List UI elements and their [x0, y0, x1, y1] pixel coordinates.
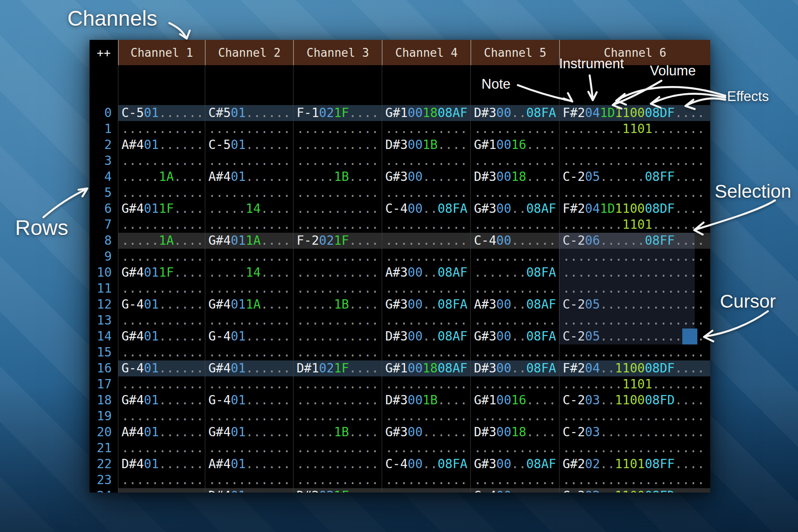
pattern-cell-ch2[interactable]: .....14....: [205, 201, 293, 217]
pattern-cell-ch6[interactable]: ...................: [559, 185, 710, 201]
pattern-cell-ch2[interactable]: G-401......: [205, 392, 293, 408]
pattern-cell-ch2[interactable]: ...........: [205, 472, 293, 488]
pattern-cell-ch5[interactable]: ...........: [470, 408, 559, 424]
pattern-cell-ch6[interactable]: ...................: [559, 440, 710, 456]
pattern-cell-ch1[interactable]: ...........: [118, 440, 205, 456]
pattern-cell-ch6[interactable]: ........1101.......: [559, 217, 710, 233]
pattern-cell-ch3[interactable]: ...........: [293, 217, 382, 233]
pattern-cell-ch1[interactable]: A#401......: [118, 137, 205, 153]
pattern-cell-ch6[interactable]: C-205......08FF....: [559, 169, 710, 185]
pattern-cell-ch3[interactable]: F-2021F....: [293, 233, 382, 249]
pattern-cell-ch3[interactable]: ...........: [293, 344, 382, 360]
pattern-cell-ch5[interactable]: C-400......: [470, 233, 559, 249]
pattern-row[interactable]: 16G-401......G#401......D#1021F....G#100…: [90, 360, 710, 376]
pattern-cell-ch6[interactable]: ...................: [559, 472, 710, 488]
pattern-cell-ch4[interactable]: G#300..08FA: [382, 297, 470, 313]
pattern-cell-ch2[interactable]: G#4011A....: [205, 297, 293, 313]
pattern-cell-ch4[interactable]: ...........: [382, 153, 470, 169]
pattern-cell-ch5[interactable]: ...........: [470, 185, 559, 201]
pattern-cell-ch6[interactable]: ...................: [559, 408, 710, 424]
pattern-row[interactable]: 19......................................…: [90, 408, 710, 424]
pattern-cell-ch3[interactable]: .....1B....: [293, 169, 382, 185]
pattern-row[interactable]: 18G#401......G-401.................D#300…: [90, 392, 710, 408]
pattern-cell-ch1[interactable]: G-401......: [118, 360, 205, 376]
pattern-cell-ch3[interactable]: ...........: [293, 281, 382, 297]
pattern-cell-ch3[interactable]: ...........: [293, 137, 382, 153]
pattern-cell-ch1[interactable]: ...........: [118, 281, 205, 297]
pattern-cell-ch5[interactable]: ...........: [470, 249, 559, 265]
pattern-cell-ch5[interactable]: ...........: [470, 376, 559, 392]
pattern-cell-ch6[interactable]: F#2041D110008DF....: [559, 105, 710, 121]
pattern-cell-ch3[interactable]: .....1B....: [293, 424, 382, 440]
pattern-cell-ch4[interactable]: C-400..08FA: [382, 201, 470, 217]
pattern-cell-ch4[interactable]: D#3001B....: [382, 392, 470, 408]
channel-header-5[interactable]: Channel 5: [470, 40, 559, 65]
pattern-cell-ch3[interactable]: ...........: [293, 440, 382, 456]
pattern-cell-ch4[interactable]: ...........: [382, 233, 470, 249]
pattern-cell-ch5[interactable]: A#300..08AF: [470, 297, 559, 313]
pattern-cell-ch3[interactable]: ...........: [293, 185, 382, 201]
pattern-cell-ch1[interactable]: C-501......: [118, 105, 205, 121]
pattern-cell-ch1[interactable]: G#4011F....: [118, 265, 205, 281]
pattern-cell-ch4[interactable]: ...........: [382, 376, 470, 392]
pattern-cell-ch5[interactable]: ...........: [470, 281, 559, 297]
pattern-cell-ch1[interactable]: A#401......: [118, 424, 205, 440]
pattern-cell-ch2[interactable]: ...........: [205, 249, 293, 265]
pattern-cell-ch3[interactable]: ...........: [293, 121, 382, 137]
pattern-cell-ch6[interactable]: ...................: [559, 137, 710, 153]
pattern-cell-ch1[interactable]: G#401......: [118, 392, 205, 408]
pattern-cell-ch5[interactable]: D#300..08FA: [470, 360, 559, 376]
pattern-cell-ch3[interactable]: D#1021F....: [293, 360, 382, 376]
pattern-cell-ch1[interactable]: ...........: [118, 217, 205, 233]
pattern-cell-ch1[interactable]: ...........: [118, 488, 205, 493]
pattern-row[interactable]: 4.....1A....A#401...........1B....G#300.…: [90, 169, 710, 185]
pattern-cell-ch2[interactable]: ...........: [205, 313, 293, 329]
channel-header-3[interactable]: Channel 3: [293, 40, 382, 65]
pattern-cell-ch3[interactable]: ...........: [293, 392, 382, 408]
pattern-row[interactable]: 6G#4011F.........14...............C-400.…: [90, 201, 710, 217]
pattern-cell-ch3[interactable]: ...........: [293, 472, 382, 488]
pattern-cell-ch3[interactable]: ...........: [293, 376, 382, 392]
pattern-cell-ch2[interactable]: D#401......: [205, 488, 293, 493]
pattern-cell-ch1[interactable]: ...........: [118, 121, 205, 137]
pattern-row[interactable]: 21......................................…: [90, 440, 710, 456]
pattern-cell-ch1[interactable]: ...........: [118, 376, 205, 392]
pattern-cell-ch5[interactable]: ...........: [470, 121, 559, 137]
pattern-cell-ch2[interactable]: C-501......: [205, 137, 293, 153]
pattern-cell-ch6[interactable]: C-302..110008FD....: [559, 488, 710, 493]
pattern-cell-ch1[interactable]: ...........: [118, 313, 205, 329]
pattern-cell-ch5[interactable]: D#30018....: [470, 424, 559, 440]
pattern-cell-ch5[interactable]: .......08FA: [470, 265, 559, 281]
pattern-cell-ch2[interactable]: G#401......: [205, 424, 293, 440]
pattern-cell-ch5[interactable]: G#10016....: [470, 392, 559, 408]
pattern-cell-ch5[interactable]: G#10016....: [470, 137, 559, 153]
pattern-cell-ch1[interactable]: ...........: [118, 249, 205, 265]
pattern-cell-ch4[interactable]: ...........: [382, 344, 470, 360]
pattern-cell-ch2[interactable]: ...........: [205, 344, 293, 360]
pattern-cell-ch2[interactable]: ...........: [205, 440, 293, 456]
pattern-cell-ch5[interactable]: G#300..08FA: [470, 329, 559, 344]
channel-header-2[interactable]: Channel 2: [205, 40, 293, 65]
pattern-cell-ch4[interactable]: D#300..08AF: [382, 329, 470, 344]
pattern-cell-ch5[interactable]: G#300..08AF: [470, 201, 559, 217]
pattern-row[interactable]: 3.......................................…: [90, 153, 710, 169]
pattern-row[interactable]: 2A#401......C-501.................D#3001…: [90, 137, 710, 153]
pattern-cell-ch5[interactable]: D#300..08FA: [470, 105, 559, 121]
pattern-cell-ch4[interactable]: ...........: [382, 408, 470, 424]
pattern-row[interactable]: 22D#401......A#401.................C-400…: [90, 456, 710, 472]
pattern-cell-ch4[interactable]: ...........: [382, 440, 470, 456]
pattern-cell-ch3[interactable]: ...........: [293, 408, 382, 424]
pattern-cell-ch2[interactable]: ...........: [205, 185, 293, 201]
pattern-cell-ch6[interactable]: G#202..110108FF....: [559, 456, 710, 472]
pattern-cell-ch4[interactable]: ...........: [382, 249, 470, 265]
pattern-row[interactable]: 23......................................…: [90, 472, 710, 488]
pattern-cell-ch4[interactable]: ...........: [382, 488, 470, 493]
pattern-cell-ch5[interactable]: ...........: [470, 440, 559, 456]
pattern-cell-ch1[interactable]: .....1A....: [118, 233, 205, 249]
pattern-cell-ch5[interactable]: ...........: [470, 344, 559, 360]
pattern-cell-ch6[interactable]: C-203..............: [559, 424, 710, 440]
pattern-cell-ch5[interactable]: ...........: [470, 313, 559, 329]
pattern-cell-ch6[interactable]: ...................: [559, 153, 710, 169]
pattern-row[interactable]: 0C-501......C#501......F-1021F....G#1001…: [90, 105, 710, 121]
pattern-cell-ch1[interactable]: ...........: [118, 153, 205, 169]
